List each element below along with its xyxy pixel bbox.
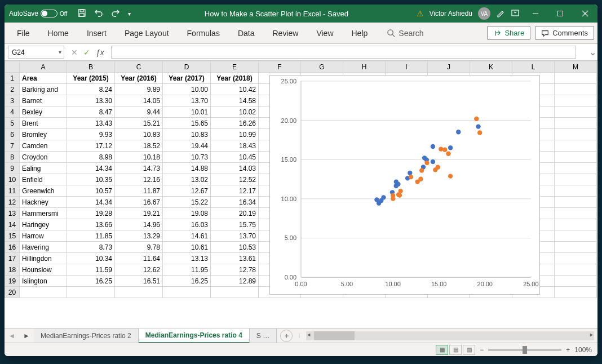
row-header[interactable]: 10 — [5, 174, 20, 185]
cell[interactable]: 13.61 — [211, 253, 259, 264]
autosave-toggle-icon[interactable] — [41, 10, 57, 17]
cell[interactable]: 13.02 — [163, 174, 211, 185]
cell[interactable]: Hounslow — [20, 264, 67, 276]
cell[interactable]: 10.73 — [163, 152, 211, 163]
cell[interactable] — [211, 287, 259, 298]
cell[interactable] — [555, 287, 597, 298]
zoom-out-button[interactable]: − — [480, 346, 484, 354]
qat-dropdown-icon[interactable]: ▾ — [128, 11, 131, 17]
col-header[interactable]: K — [470, 61, 512, 73]
horizontal-scrollbar[interactable] — [306, 331, 594, 340]
cell[interactable]: 19.28 — [67, 208, 115, 219]
cell[interactable]: 16.26 — [211, 118, 259, 129]
cell[interactable]: 9.89 — [115, 84, 163, 95]
autosave-control[interactable]: AutoSave Off — [5, 10, 72, 17]
cell[interactable] — [555, 253, 597, 264]
cell[interactable] — [115, 287, 163, 298]
cell[interactable] — [555, 197, 597, 208]
tab-page-layout[interactable]: Page Layout — [116, 23, 178, 44]
new-sheet-button[interactable]: ＋ — [280, 330, 293, 342]
tab-view[interactable]: View — [307, 23, 342, 44]
cell[interactable]: 12.62 — [115, 264, 163, 276]
row-header[interactable]: 4 — [5, 106, 20, 118]
col-header[interactable]: J — [428, 61, 470, 73]
cell[interactable]: 15.75 — [211, 219, 259, 230]
row-header[interactable]: 14 — [5, 219, 20, 230]
sheet-tab-overflow[interactable]: S … — [250, 329, 277, 343]
tell-me-search[interactable]: Search — [387, 29, 423, 38]
row-header[interactable]: 11 — [5, 185, 20, 197]
cell[interactable]: Barking and — [20, 84, 67, 95]
row-header[interactable]: 7 — [5, 140, 20, 152]
ribbon-display-icon[interactable] — [511, 8, 520, 19]
cell[interactable]: Bromley — [20, 129, 67, 140]
cell[interactable] — [555, 118, 597, 129]
cell[interactable]: 11.95 — [163, 264, 211, 276]
cell[interactable]: 8.47 — [67, 106, 115, 118]
cell[interactable]: Hillingdon — [20, 253, 67, 264]
cell[interactable]: 13.43 — [67, 118, 115, 129]
tab-home[interactable]: Home — [39, 23, 78, 44]
cancel-icon[interactable]: ✕ — [71, 48, 78, 57]
row-header[interactable]: 19 — [5, 276, 20, 287]
cell[interactable]: 10.42 — [211, 84, 259, 95]
cell[interactable]: 14.96 — [115, 219, 163, 230]
cell[interactable]: Islington — [20, 276, 67, 287]
cell[interactable]: Havering — [20, 242, 67, 253]
cell[interactable]: Year (2016) — [115, 73, 163, 84]
row-header[interactable]: 18 — [5, 264, 20, 276]
cell[interactable] — [555, 152, 597, 163]
col-header[interactable]: E — [211, 61, 259, 73]
sheet-tab-active[interactable]: MedianEarnings-Prices ratio 4 — [139, 329, 250, 343]
cell[interactable] — [555, 73, 597, 84]
cell[interactable]: Hammersmi — [20, 208, 67, 219]
cell[interactable] — [555, 208, 597, 219]
sheet-nav-prev-icon[interactable]: ◄ — [5, 332, 19, 340]
cell[interactable]: 19.08 — [163, 208, 211, 219]
cell[interactable]: Barnet — [20, 95, 67, 106]
user-name[interactable]: Victor Ashiedu — [430, 10, 473, 17]
row-header[interactable]: 20 — [5, 287, 20, 298]
col-header[interactable]: C — [115, 61, 163, 73]
cell[interactable]: Area — [20, 73, 67, 84]
zoom-in-button[interactable]: + — [566, 346, 570, 354]
cell[interactable]: 14.34 — [67, 163, 115, 174]
cell[interactable]: Camden — [20, 140, 67, 152]
tab-data[interactable]: Data — [229, 23, 264, 44]
cell[interactable]: 10.35 — [67, 174, 115, 185]
cell[interactable]: 12.52 — [211, 174, 259, 185]
page-layout-view-icon[interactable]: ▤ — [449, 345, 462, 355]
row-header[interactable]: 17 — [5, 253, 20, 264]
cell[interactable]: 18.43 — [211, 140, 259, 152]
row-header[interactable]: 2 — [5, 84, 20, 95]
comments-button[interactable]: Comments — [535, 26, 594, 40]
cell[interactable]: 16.25 — [67, 276, 115, 287]
cell[interactable] — [20, 287, 67, 298]
cell[interactable]: 12.89 — [211, 276, 259, 287]
cell[interactable]: 8.73 — [67, 242, 115, 253]
cell[interactable]: 10.18 — [115, 152, 163, 163]
col-header[interactable]: G — [301, 61, 343, 73]
cell[interactable]: Croydon — [20, 152, 67, 163]
cell[interactable]: 8.24 — [67, 84, 115, 95]
col-header[interactable]: F — [259, 61, 301, 73]
tab-insert[interactable]: Insert — [78, 23, 116, 44]
cell[interactable] — [555, 185, 597, 197]
row-header[interactable]: 6 — [5, 129, 20, 140]
cell[interactable]: 13.13 — [163, 253, 211, 264]
cell[interactable]: Year (2015) — [67, 73, 115, 84]
cell[interactable]: Hackney — [20, 197, 67, 208]
cell[interactable]: Harrow — [20, 230, 67, 242]
warning-icon[interactable]: ⚠ — [417, 9, 424, 18]
sheet-tab-inactive[interactable]: MedianEarnings-Prices ratio 2 — [34, 329, 139, 343]
cell[interactable]: 8.98 — [67, 152, 115, 163]
row-header[interactable]: 9 — [5, 163, 20, 174]
cell[interactable]: Enfield — [20, 174, 67, 185]
cell[interactable]: 10.83 — [115, 129, 163, 140]
enter-icon[interactable]: ✓ — [83, 48, 90, 57]
cell[interactable] — [555, 219, 597, 230]
row-header[interactable]: 15 — [5, 230, 20, 242]
cell[interactable] — [555, 106, 597, 118]
cell[interactable]: 12.16 — [115, 174, 163, 185]
cell[interactable]: Brent — [20, 118, 67, 129]
